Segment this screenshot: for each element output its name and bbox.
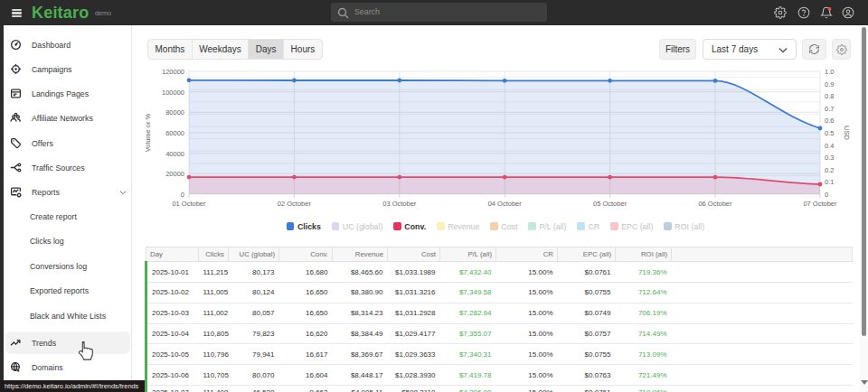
- svg-text:01 October: 01 October: [172, 200, 206, 208]
- svg-text:0.7: 0.7: [825, 105, 834, 113]
- svg-text:06 October: 06 October: [698, 200, 732, 208]
- svg-text:60000: 60000: [165, 129, 184, 137]
- svg-text:0.4: 0.4: [825, 142, 834, 150]
- svg-text:Volume or %: Volume or %: [144, 113, 152, 152]
- svg-text:0.6: 0.6: [825, 117, 834, 125]
- svg-text:0.8: 0.8: [825, 92, 834, 100]
- svg-text:40000: 40000: [165, 150, 184, 158]
- svg-text:0: 0: [181, 191, 184, 199]
- svg-text:03 October: 03 October: [382, 200, 417, 208]
- svg-text:0.9: 0.9: [825, 80, 834, 89]
- svg-text:0.5: 0.5: [825, 129, 834, 137]
- svg-text:04 October: 04 October: [488, 200, 523, 208]
- svg-text:20000: 20000: [165, 170, 184, 178]
- svg-text:1.0: 1.0: [825, 68, 834, 76]
- svg-text:0.2: 0.2: [825, 166, 834, 174]
- svg-text:0: 0: [825, 191, 828, 199]
- svg-text:120000: 120000: [162, 68, 184, 76]
- svg-text:02 October: 02 October: [278, 200, 312, 208]
- svg-text:USD: USD: [843, 126, 851, 140]
- svg-text:100000: 100000: [162, 89, 184, 97]
- svg-text:0.1: 0.1: [825, 178, 834, 186]
- svg-text:0.3: 0.3: [825, 154, 834, 162]
- svg-text:05 October: 05 October: [593, 200, 627, 208]
- svg-text:80000: 80000: [165, 108, 184, 117]
- svg-text:07 October: 07 October: [803, 200, 837, 208]
